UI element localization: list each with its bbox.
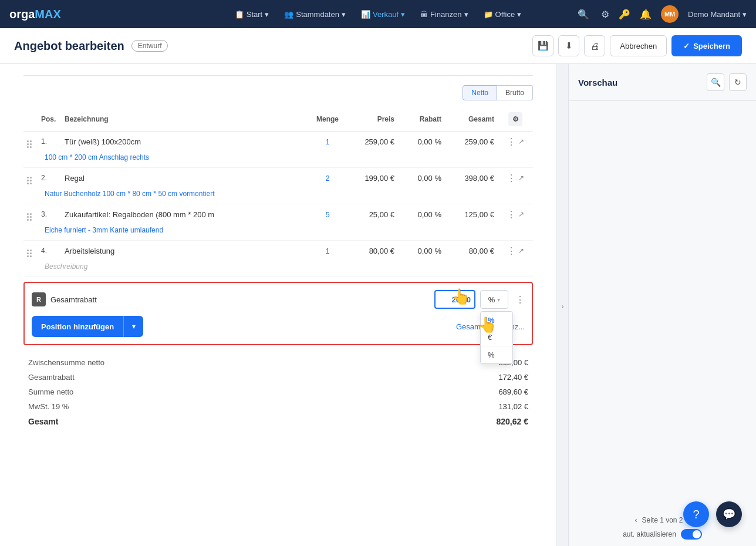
unit-option-percent-bottom[interactable]: % bbox=[481, 346, 512, 363]
nav-stammdaten[interactable]: 👥 Stammdaten ▾ bbox=[278, 6, 352, 22]
summary-value: 131,02 € bbox=[329, 400, 532, 413]
unit-option-percent-top[interactable]: % bbox=[481, 312, 512, 329]
item-actions: ⋮ ↗ bbox=[501, 209, 529, 220]
refresh-button[interactable]: ↻ bbox=[729, 73, 747, 91]
top-navigation: orgaMAX 📋 Start ▾ 👥 Stammdaten ▾ 📊 Verka… bbox=[0, 0, 756, 28]
drag-handle[interactable] bbox=[27, 177, 32, 184]
gesamtrabatt-input[interactable] bbox=[434, 290, 475, 309]
item-gesamt: 398,00 € bbox=[445, 168, 498, 188]
brutto-toggle[interactable]: Brutto bbox=[497, 85, 533, 100]
item-name: Arbeitsleistung bbox=[61, 241, 310, 261]
table-row-desc: Natur Buchenholz 100 cm * 80 cm * 50 cm … bbox=[23, 188, 533, 204]
item-number: 1. bbox=[38, 132, 61, 152]
refresh-icon: ↻ bbox=[734, 77, 741, 87]
nav-start[interactable]: 📋 Start ▾ bbox=[229, 6, 275, 22]
table-row-desc: Eiche furniert - 3mm Kante umlaufend bbox=[23, 224, 533, 241]
item-number: 2. bbox=[38, 168, 61, 188]
help-fab[interactable]: ? bbox=[683, 501, 709, 527]
summary-label: Summe netto bbox=[25, 385, 328, 399]
settings-icon[interactable]: ⚙ bbox=[601, 9, 609, 20]
toggle-knob bbox=[693, 530, 701, 538]
prev-page-button[interactable]: ‹ bbox=[635, 516, 637, 524]
preview-sidebar: Vorschau 🔍 ↻ ‹ Seite 1 von 2 › aut. aktu… bbox=[568, 64, 756, 546]
drag-handle[interactable] bbox=[27, 250, 32, 257]
item-more-icon[interactable]: ⋮ bbox=[507, 173, 516, 184]
drag-handle[interactable] bbox=[27, 213, 32, 221]
auto-update-toggle[interactable] bbox=[681, 529, 702, 540]
unit-option-euro[interactable]: € bbox=[481, 329, 512, 346]
gesamtrabatt-row: R Gesamtrabatt % ▾ % € % bbox=[32, 290, 525, 309]
col-actions-header: ⚙ bbox=[498, 107, 533, 132]
nav-office[interactable]: 📁 Office ▾ bbox=[478, 6, 528, 22]
top-nav-center: 📋 Start ▾ 👥 Stammdaten ▾ 📊 Verkauf ▾ 🏛 F… bbox=[229, 6, 527, 22]
item-more-icon[interactable]: ⋮ bbox=[507, 245, 516, 257]
summary-row: Summe netto689,60 € bbox=[25, 385, 532, 399]
nav-start-arrow: ▾ bbox=[265, 10, 269, 19]
item-external-icon[interactable]: ↗ bbox=[518, 210, 524, 218]
item-external-icon[interactable]: ↗ bbox=[518, 137, 524, 146]
item-external-icon[interactable]: ↗ bbox=[518, 247, 524, 255]
table-row-desc: 100 cm * 200 cm Anschlag rechts bbox=[23, 151, 533, 168]
summary-row: MwSt. 19 %131,02 € bbox=[25, 400, 532, 413]
summary-table: Zwischensumme netto862,00 €Gesamtrabatt1… bbox=[23, 355, 533, 430]
item-name: Regal bbox=[61, 168, 310, 188]
nav-verkauf-label: Verkauf bbox=[373, 10, 399, 19]
page-header: Angebot bearbeiten Entwurf 💾 ⬇ 🖨 Abbrech… bbox=[0, 28, 756, 64]
main-content: Netto Brutto Pos. Bezeichnung Menge Prei… bbox=[0, 64, 556, 546]
nav-verkauf[interactable]: 📊 Verkauf ▾ bbox=[355, 6, 411, 22]
cancel-button[interactable]: Abbrechen bbox=[610, 35, 667, 56]
nav-office-icon: 📁 bbox=[484, 10, 493, 19]
gesamtrabatt-more-icon[interactable]: ⋮ bbox=[515, 294, 525, 305]
logo-orga: orga bbox=[9, 8, 35, 21]
sidebar-collapse-handle[interactable]: › bbox=[556, 64, 568, 546]
item-number: 4. bbox=[38, 241, 61, 261]
zoom-in-icon: 🔍 bbox=[711, 77, 721, 87]
netto-brutto-toggle: Netto Brutto bbox=[23, 85, 533, 100]
item-actions: ⋮ ↗ bbox=[501, 136, 529, 147]
item-more-icon[interactable]: ⋮ bbox=[507, 136, 516, 147]
search-icon[interactable]: 🔍 bbox=[575, 6, 592, 22]
print-button[interactable]: 🖨 bbox=[584, 35, 605, 56]
auto-update-label: aut. aktualisieren bbox=[623, 530, 676, 538]
unit-dropdown-wrapper: % ▾ % € % bbox=[480, 290, 508, 309]
nav-start-icon: 📋 bbox=[235, 10, 244, 19]
unit-dropdown-button[interactable]: % ▾ bbox=[480, 290, 508, 309]
nav-finanzen-icon: 🏛 bbox=[420, 10, 428, 19]
nav-finanzen[interactable]: 🏛 Finanzen ▾ bbox=[414, 6, 474, 22]
save-draft-button[interactable]: 💾 bbox=[532, 35, 554, 56]
table-row: 3. Zukaufartikel: Regalboden (800 mm * 2… bbox=[23, 204, 533, 225]
col-preis-header: Preis bbox=[345, 107, 398, 132]
drag-handle[interactable] bbox=[27, 140, 32, 148]
item-menge: 1 bbox=[310, 132, 345, 152]
item-rabatt: 0,00 % bbox=[398, 132, 445, 152]
demo-mandant[interactable]: Demo Mandant ▾ bbox=[688, 10, 747, 19]
table-settings-icon[interactable]: ⚙ bbox=[508, 112, 522, 126]
chat-fab[interactable]: 💬 bbox=[716, 501, 742, 527]
add-position-arrow-button[interactable]: ▾ bbox=[123, 316, 143, 337]
download-button[interactable]: ⬇ bbox=[558, 35, 579, 56]
top-nav-right: 🔍 ⚙ 🔑 🔔 MM Demo Mandant ▾ bbox=[575, 5, 747, 23]
zoom-in-button[interactable]: 🔍 bbox=[707, 73, 724, 91]
nav-stammdaten-icon: 👥 bbox=[284, 10, 293, 19]
summary-section: Zwischensumme netto862,00 €Gesamtrabatt1… bbox=[23, 355, 533, 430]
item-more-icon[interactable]: ⋮ bbox=[507, 209, 516, 220]
app-logo[interactable]: orgaMAX bbox=[9, 8, 61, 21]
page-navigation: ‹ Seite 1 von 2 › bbox=[635, 516, 690, 524]
key-icon[interactable]: 🔑 bbox=[619, 9, 630, 20]
nav-start-label: Start bbox=[247, 10, 262, 19]
add-position-button[interactable]: Position hinzufügen bbox=[32, 316, 123, 337]
avatar[interactable]: MM bbox=[661, 5, 679, 23]
bell-icon[interactable]: 🔔 bbox=[640, 9, 652, 20]
item-menge: 1 bbox=[310, 241, 345, 261]
summary-value: 689,60 € bbox=[329, 385, 532, 399]
gesamtrabatt-section: R Gesamtrabatt % ▾ % € % bbox=[23, 282, 533, 345]
unit-dropdown-panel: % € % bbox=[480, 311, 513, 364]
col-rabatt-header: Rabatt bbox=[398, 107, 445, 132]
save-button[interactable]: ✓ Speichern bbox=[671, 35, 742, 56]
page-title: Angebot bearbeiten bbox=[14, 39, 124, 53]
item-menge: 5 bbox=[310, 204, 345, 225]
netto-toggle[interactable]: Netto bbox=[463, 85, 497, 100]
summary-row: Gesamt820,62 € bbox=[25, 414, 532, 429]
item-preis: 80,00 € bbox=[345, 241, 398, 261]
item-external-icon[interactable]: ↗ bbox=[518, 174, 524, 182]
